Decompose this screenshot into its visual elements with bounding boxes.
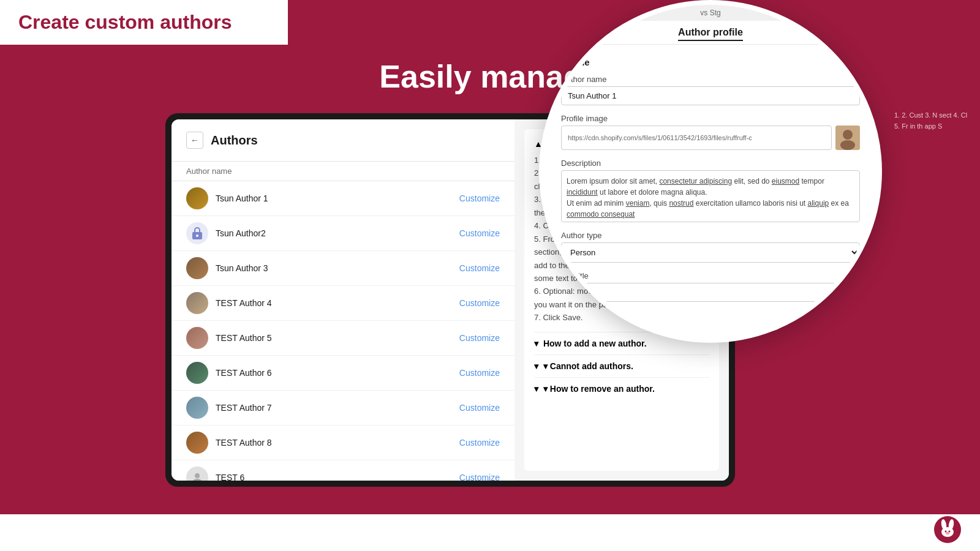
author-row: Tsun Author 3Customize (172, 251, 514, 286)
author-left: TEST 6 (186, 467, 244, 481)
collapse-icon-2: ▾ (534, 361, 538, 371)
author-row: Tsun Author2Customize (172, 216, 514, 251)
author-avatar-9 (186, 467, 208, 481)
author-row: Tsun Author 1Customize (172, 181, 514, 216)
author-profile-zoom: vs Stg Author profile Profile Author nam… (539, 0, 882, 343)
author-name-7: TEST Author 7 (216, 403, 272, 413)
customize-link-6[interactable]: Customize (459, 368, 500, 378)
author-row: TEST Author 7Customize (172, 391, 514, 425)
author-row: TEST Author 5Customize (172, 321, 514, 356)
commodo-text: commodo consequat (567, 210, 635, 219)
author-row: TEST Author 6Customize (172, 356, 514, 391)
author-type-group: Author type Person (561, 231, 860, 263)
svg-point-1 (196, 234, 198, 237)
profile-image-input[interactable] (561, 126, 832, 150)
customize-link-4[interactable]: Customize (459, 298, 500, 308)
author-name-input[interactable] (561, 86, 860, 105)
authors-title: Authors (211, 133, 258, 148)
bottom-bar (0, 514, 980, 551)
cannot-add-authors[interactable]: ▾ ▾ Cannot add authors. (534, 361, 709, 371)
authors-list: Tsun Author 1CustomizeTsun Author2Custom… (172, 181, 514, 481)
customize-link-1[interactable]: Customize (459, 193, 500, 203)
profile-image-group: Profile image (561, 114, 860, 150)
author-name-4: TEST Author 4 (216, 298, 272, 308)
author-row: TEST Author 4Customize (172, 286, 514, 321)
divider-3 (534, 377, 709, 378)
side-notes: 1. 2. Cust 3. N sect 4. Cl 5. Fr in th a… (894, 110, 968, 132)
author-type-select[interactable]: Person (561, 242, 860, 263)
customize-link-2[interactable]: Customize (459, 228, 500, 238)
author-left: TEST Author 7 (186, 397, 272, 419)
author-avatar-1 (186, 187, 208, 209)
authors-header: ← Authors (172, 119, 514, 162)
author-avatar-3 (186, 257, 208, 279)
profile-image-input-row (561, 126, 860, 150)
profile-tab-bar: Author profile (544, 21, 877, 45)
svg-point-18 (949, 531, 951, 533)
svg-point-12 (840, 140, 855, 150)
author-row: TEST Author 8Customize (172, 425, 514, 460)
description-group: Description Lorem ipsum dolor sit amet, … (561, 159, 860, 222)
author-left: Tsun Author 3 (186, 257, 268, 279)
author-avatar-6 (186, 362, 208, 384)
author-avatar-2 (186, 222, 208, 244)
col-header: Author name (172, 162, 514, 181)
collapse-icon: ▾ (534, 339, 538, 348)
bunny-logo (934, 516, 962, 546)
author-row: TEST 6Customize (172, 460, 514, 481)
description-display: Lorem ipsum dolor sit amet, consectetur … (561, 170, 860, 222)
author-name-group: Author name (561, 75, 860, 105)
author-avatar-4 (186, 292, 208, 314)
svg-point-11 (843, 130, 853, 140)
author-left: TEST Author 6 (186, 362, 272, 384)
svg-point-2 (195, 473, 200, 478)
job-title-label: Job title (561, 271, 860, 280)
veniam-text: veniam (626, 199, 650, 208)
author-avatar-5 (186, 327, 208, 349)
author-name-9: TEST 6 (216, 473, 244, 481)
description-label: Description (561, 159, 860, 168)
author-name-2: Tsun Author2 (216, 228, 266, 238)
nostrud-text: nostrud (669, 199, 693, 208)
author-left: Tsun Author 1 (186, 187, 268, 209)
collapse-icon-3: ▾ (534, 384, 538, 394)
author-name-label: Author name (561, 75, 860, 84)
customize-link-3[interactable]: Customize (459, 263, 500, 273)
author-name-3: Tsun Author 3 (216, 263, 268, 273)
author-left: TEST Author 8 (186, 432, 272, 454)
profile-section-title: Profile (561, 57, 860, 67)
eiusmod-text: eiusmod (772, 177, 799, 186)
author-avatar-8 (186, 432, 208, 454)
author-left: Tsun Author2 (186, 222, 266, 244)
remove-author[interactable]: ▾ ▾ How to remove an author. (534, 384, 709, 394)
svg-point-3 (193, 479, 202, 481)
svg-point-19 (946, 532, 949, 534)
author-name-8: TEST Author 8 (216, 438, 272, 448)
job-title-input[interactable] (561, 283, 860, 302)
author-profile-tab[interactable]: Author profile (678, 27, 743, 41)
author-type-label: Author type (561, 231, 860, 240)
consectetur-text: consectetur adipiscing (659, 177, 732, 186)
author-name-5: TEST Author 5 (216, 333, 272, 343)
back-icon: ← (190, 135, 199, 145)
page-title: Create custom authors (18, 11, 270, 34)
customize-link-9[interactable]: Customize (459, 473, 500, 481)
author-left: TEST Author 5 (186, 327, 272, 349)
author-name-6: TEST Author 6 (216, 368, 272, 378)
customize-link-8[interactable]: Customize (459, 438, 500, 448)
author-avatar-7 (186, 397, 208, 419)
profile-image-thumbnail (835, 126, 860, 150)
customize-link-5[interactable]: Customize (459, 333, 500, 343)
author-name-1: Tsun Author 1 (216, 193, 268, 203)
incididunt-text: incididunt (567, 188, 598, 197)
job-title-group: Job title (561, 271, 860, 302)
title-box: Create custom authors (0, 0, 288, 45)
aliquip-text: aliquip (808, 199, 829, 208)
stg-bar: vs Stg (544, 5, 877, 21)
divider-2 (534, 354, 709, 355)
back-button[interactable]: ← (186, 132, 203, 149)
authors-panel: ← Authors Author name Tsun Author 1Custo… (172, 119, 514, 481)
profile-image-label: Profile image (561, 114, 860, 123)
profile-content: Profile Author name Profile image Descri… (544, 45, 877, 323)
customize-link-7[interactable]: Customize (459, 403, 500, 413)
